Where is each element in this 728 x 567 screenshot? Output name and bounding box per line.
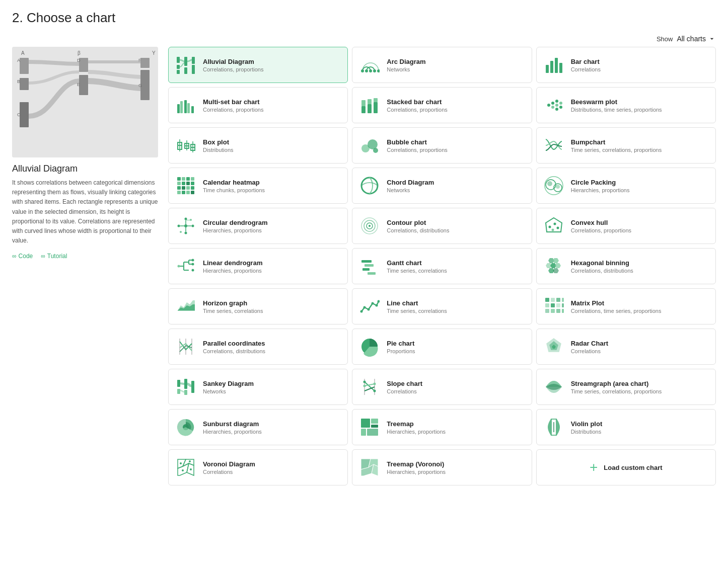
streamgraph-tags: Time series, correlations, proportions: [571, 388, 709, 394]
calendar-heatmap-tags: Time chunks, proportions: [203, 187, 341, 193]
svg-point-82: [545, 177, 563, 195]
tutorial-link[interactable]: ∞ Tutorial: [41, 253, 67, 260]
svg-rect-20: [177, 70, 180, 74]
pie-chart-info: Pie chart Proportions: [387, 340, 525, 354]
header: 2. Choose a chart: [0, 0, 728, 31]
chart-card-arc-diagram[interactable]: Arc Diagram Networks: [352, 47, 532, 83]
svg-rect-148: [551, 309, 555, 313]
chart-card-bumpchart[interactable]: Bumpchart Time series, correlations, pro…: [536, 127, 716, 164]
chart-card-bubble-chart[interactable]: Bubble chart Correlations, proportions: [352, 127, 532, 164]
sidebar-chart-title: Alluvial Diagram: [12, 164, 158, 174]
svg-rect-8: [20, 102, 29, 127]
chart-card-beeswarm-plot[interactable]: Beeswarm plot Distributions, time series…: [536, 87, 716, 123]
svg-rect-72: [191, 182, 194, 185]
svg-rect-160: [184, 379, 187, 389]
chart-card-pie-chart[interactable]: Pie chart Proportions: [352, 329, 532, 365]
chart-card-horizon-graph[interactable]: Horizon graph Time series, correlations: [168, 288, 348, 325]
chart-card-violin-plot[interactable]: Violin plot Distributions: [536, 409, 716, 445]
chart-card-circle-packing[interactable]: Circle Packing Hierarchies, proportions: [536, 168, 716, 204]
slope-chart-name: Slope chart: [387, 380, 525, 387]
svg-rect-75: [186, 186, 190, 190]
chart-card-treemap-voronoi[interactable]: Treemap (Voronoi) Hierarchies, proportio…: [352, 449, 532, 485]
svg-point-51: [559, 102, 562, 105]
svg-rect-37: [187, 103, 190, 113]
svg-rect-69: [177, 182, 181, 185]
gantt-chart-name: Gantt chart: [387, 259, 525, 267]
circular-dendrogram-icon: [175, 215, 197, 237]
svg-rect-80: [191, 191, 194, 194]
chart-card-bar-chart[interactable]: Bar chart Correlations: [536, 47, 716, 83]
svg-point-106: [556, 227, 559, 229]
convex-hull-info: Convex hull Correlations, proportions: [571, 219, 709, 233]
chord-diagram-tags: Networks: [387, 187, 525, 193]
svg-rect-68: [191, 177, 194, 181]
chart-card-parallel-coordinates[interactable]: Parallel coordinates Correlations, distr…: [168, 329, 348, 365]
svg-rect-66: [182, 177, 185, 181]
sankey-diagram-name: Sankey Diagram: [203, 380, 341, 387]
hexagonal-binning-name: Hexagonal binning: [571, 259, 709, 267]
svg-rect-44: [374, 98, 378, 102]
chart-card-hexagonal-binning[interactable]: Hexagonal binning Correlations, distribu…: [536, 248, 716, 284]
svg-rect-22: [184, 67, 187, 74]
svg-rect-147: [545, 309, 549, 313]
chart-card-linear-dendrogram[interactable]: Linear dendrogram Hierarchies, proportio…: [168, 248, 348, 284]
chart-card-line-chart[interactable]: Line chart Time series, correlations: [352, 288, 532, 325]
alluvial-diagram-tags: Correlations, proportions: [203, 66, 341, 72]
chart-card-stacked-bar-chart[interactable]: Stacked bar chart Correlations, proporti…: [352, 87, 532, 123]
chart-card-contour-plot[interactable]: Contour plot Correlations, distributions: [352, 208, 532, 244]
chart-card-multi-set-bar-chart[interactable]: Multi-set bar chart Correlations, propor…: [168, 87, 348, 123]
calendar-heatmap-info: Calendar heatmap Time chunks, proportion…: [203, 179, 341, 193]
svg-rect-18: [177, 57, 180, 63]
svg-point-49: [555, 104, 558, 107]
show-label: Show: [657, 35, 673, 43]
multi-set-bar-chart-name: Multi-set bar chart: [203, 98, 341, 106]
beeswarm-plot-info: Beeswarm plot Distributions, time series…: [571, 98, 709, 113]
stacked-bar-chart-icon: [358, 94, 381, 116]
chart-card-chord-diagram[interactable]: Chord Diagram Networks: [352, 168, 532, 204]
pie-chart-name: Pie chart: [387, 340, 525, 347]
svg-point-64: [373, 148, 378, 153]
svg-rect-42: [368, 99, 372, 104]
contour-plot-info: Contour plot Correlations, distributions: [387, 219, 525, 233]
convex-hull-tags: Correlations, proportions: [571, 227, 709, 233]
code-link[interactable]: ∞ Code: [12, 253, 33, 260]
chart-card-gantt-chart[interactable]: Gantt chart Time series, correlations: [352, 248, 532, 284]
horizon-graph-info: Horizon graph Time series, correlations: [203, 299, 341, 314]
chart-card-sankey-diagram[interactable]: Sankey Diagram Networks: [168, 369, 348, 405]
svg-rect-35: [180, 101, 183, 113]
chart-card-matrix-plot[interactable]: Matrix Plot Correlations, time series, p…: [536, 288, 716, 325]
chart-card-alluvial-diagram[interactable]: Alluvial Diagram Correlations, proportio…: [168, 47, 348, 83]
svg-text:A: A: [21, 50, 25, 56]
linear-dendrogram-name: Linear dendrogram: [203, 259, 341, 267]
tutorial-icon: ∞: [41, 253, 45, 260]
chart-card-circular-dendrogram[interactable]: Circular dendrogram Hierarchies, proport…: [168, 208, 348, 244]
alluvial-preview-svg: A β Y A B C D E F: [12, 47, 158, 157]
chart-card-treemap[interactable]: Treemap Hierarchies, proportions: [352, 409, 532, 445]
chevron-down-icon: [708, 35, 716, 43]
chart-card-calendar-heatmap[interactable]: Calendar heatmap Time chunks, proportion…: [168, 168, 348, 204]
stacked-bar-chart-info: Stacked bar chart Correlations, proporti…: [387, 98, 525, 113]
chart-card-box-plot[interactable]: Box plot Distributions: [168, 127, 348, 164]
svg-rect-175: [371, 425, 378, 428]
svg-point-188: [190, 468, 192, 470]
svg-rect-77: [177, 191, 181, 194]
svg-point-86: [556, 185, 560, 189]
chart-card-voronoi-diagram[interactable]: Voronoi Diagram Correlations: [168, 449, 348, 485]
chart-card-streamgraph[interactable]: Streamgraph (area chart) Time series, co…: [536, 369, 716, 405]
bar-chart-tags: Correlations: [571, 66, 709, 72]
all-charts-dropdown[interactable]: All charts: [677, 35, 716, 43]
treemap-icon: [358, 416, 381, 438]
chart-card-convex-hull[interactable]: Convex hull Correlations, proportions: [536, 208, 716, 244]
svg-marker-124: [553, 258, 559, 263]
chart-card-sunburst-diagram[interactable]: Sunburst diagram Hierarchies, proportion…: [168, 409, 348, 445]
chart-card-slope-chart[interactable]: Slope chart Correlations: [352, 369, 532, 405]
svg-point-63: [368, 139, 378, 149]
hexagonal-binning-icon: [543, 255, 565, 277]
multi-set-bar-chart-tags: Correlations, proportions: [203, 107, 341, 113]
linear-dendrogram-tags: Hierarchies, proportions: [203, 268, 341, 274]
svg-point-133: [360, 310, 363, 313]
load-custom-chart-button[interactable]: + Load custom chart: [536, 449, 716, 485]
chart-card-radar-chart[interactable]: Radar Chart Correlations: [536, 329, 716, 365]
sidebar: A β Y A B C D E F: [12, 47, 158, 555]
svg-rect-67: [186, 177, 190, 181]
